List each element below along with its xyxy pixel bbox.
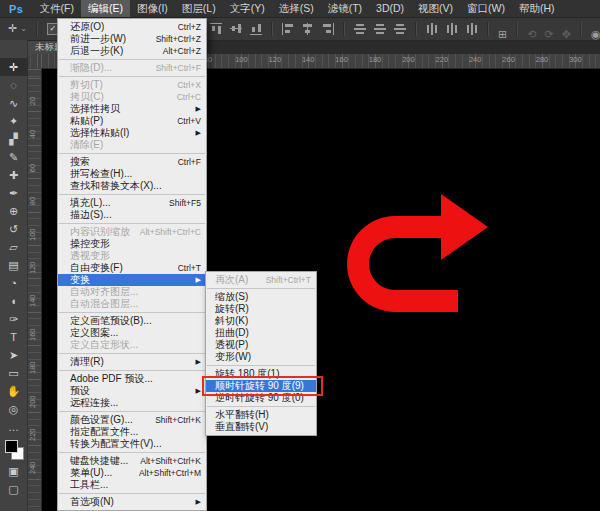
edit-menu-item-23[interactable]: 定义画笔预设(B)... [58, 315, 206, 327]
quick-mask-toggle[interactable]: ▣ [0, 462, 28, 480]
foreground-color-swatch[interactable] [5, 440, 18, 453]
menubar-item-10[interactable]: 窗口(W) [460, 0, 512, 17]
transform-submenu-item-1[interactable]: 再次(A)Shift+Ctrl+T [206, 274, 316, 286]
edit-menu-item-4[interactable]: 渐隐(D)...Shift+Ctrl+F [58, 62, 206, 74]
move-tool-preset-icon[interactable]: ✛ [8, 22, 17, 35]
edit-menu-item-5[interactable]: 剪切(T)Ctrl+X [58, 79, 206, 91]
edit-menu-item-26[interactable]: 清理(R)▶ [58, 356, 206, 368]
menubar-item-6[interactable]: 选择(S) [272, 0, 321, 17]
menubar-item-9[interactable]: 视图(V) [411, 0, 460, 17]
brush-tool[interactable]: ✒ [0, 184, 28, 202]
menubar-item-4[interactable]: 图层(L) [175, 0, 223, 17]
align-vertical-centers-icon[interactable] [230, 23, 242, 35]
transform-submenu-item-9[interactable]: 顺时针旋转 90 度(9) [206, 380, 316, 392]
transform-submenu-item-10[interactable]: 逆时针旋转 90 度(0) [206, 392, 316, 404]
menubar-item-3[interactable]: 图像(I) [130, 0, 175, 17]
edit-menu-item-11[interactable]: 搜索Ctrl+F [58, 156, 206, 168]
edit-menu-item-27[interactable]: Adobe PDF 预设... [58, 373, 206, 385]
menubar-item-8[interactable]: 3D(D) [369, 0, 411, 17]
edit-menu-item-1[interactable]: 还原(O)Ctrl+Z [58, 21, 206, 33]
edit-menu-item-29[interactable]: 远程连接... [58, 397, 206, 409]
edit-menu-item-28[interactable]: 预设▶ [58, 385, 206, 397]
align-horizontal-centers-icon[interactable] [302, 23, 314, 35]
transform-submenu-item-2[interactable]: 缩放(S) [206, 291, 316, 303]
pen-tool[interactable]: ✑ [0, 310, 28, 328]
edit-menu-item-20[interactable]: 变换▶ [58, 274, 206, 286]
shape-tool[interactable]: ▭ [0, 364, 28, 382]
edit-menu-item-9[interactable]: 选择性粘贴(I)▶ [58, 127, 206, 139]
edit-menu-item-6[interactable]: 拷贝(C)Ctrl+C [58, 91, 206, 103]
marquee-tool[interactable]: ◌ [0, 76, 28, 94]
menubar-item-2[interactable]: 编辑(E) [81, 0, 130, 17]
3d-orbit-icon[interactable]: ◉ [591, 23, 600, 35]
hand-tool[interactable]: ✋ [0, 382, 28, 400]
align-bottom-edges-icon[interactable] [250, 23, 262, 35]
edit-menu-item-2[interactable]: 前进一步(W)Shift+Ctrl+Z [58, 33, 206, 45]
eraser-tool[interactable]: ▱ [0, 238, 28, 256]
clone-stamp-tool[interactable]: ⊕ [0, 202, 28, 220]
menubar-item-1[interactable]: 文件(F) [32, 0, 80, 17]
lasso-tool[interactable]: ∿ [0, 94, 28, 112]
dodge-tool[interactable]: ◖ [0, 292, 28, 310]
path-selection-tool[interactable]: ➤ [0, 346, 28, 364]
edit-menu-item-15[interactable]: 描边(S)... [58, 209, 206, 221]
transform-submenu-item-8[interactable]: 旋转 180 度(1) [206, 368, 316, 380]
edit-menu-item-19[interactable]: 自由变换(F)Ctrl+T [58, 262, 206, 274]
type-tool[interactable]: T [0, 328, 28, 346]
edit-menu-item-18[interactable]: 透视变形 [58, 250, 206, 262]
history-brush-tool[interactable]: ↺ [0, 220, 28, 238]
align-left-edges-icon[interactable] [282, 23, 294, 35]
transform-submenu-item-6[interactable]: 透视(P) [206, 339, 316, 351]
align-top-edges-icon[interactable] [210, 23, 222, 35]
transform-submenu-item-5[interactable]: 扭曲(D) [206, 327, 316, 339]
screen-mode-toggle[interactable]: ▢ [0, 480, 28, 498]
distribute-vertical-centers-icon[interactable] [374, 23, 386, 35]
edit-menu-item-33[interactable]: 键盘快捷键...Alt+Shift+Ctrl+K [58, 455, 206, 467]
edit-menu-item-22[interactable]: 自动混合图层... [58, 298, 206, 310]
edit-menu-item-10[interactable]: 清除(E) [58, 139, 206, 151]
menubar-item-5[interactable]: 文字(Y) [223, 0, 272, 17]
edit-menu-item-31[interactable]: 指定配置文件... [58, 426, 206, 438]
transform-submenu-item-7[interactable]: 变形(W) [206, 351, 316, 363]
move-tool[interactable]: ✛ [0, 58, 28, 76]
healing-brush-tool[interactable]: ✚ [0, 166, 28, 184]
edit-menu-item-14[interactable]: 填充(L)...Shift+F5 [58, 197, 206, 209]
edit-menu-item-25[interactable]: 定义自定形状... [58, 339, 206, 351]
eyedropper-tool[interactable]: ✎ [0, 148, 28, 166]
auto-align-layers-icon[interactable]: ⊞ [498, 23, 507, 35]
chevron-down-icon[interactable]: ⌄ [20, 24, 27, 33]
3d-rotate-icon[interactable]: ⟲ [527, 23, 536, 35]
edit-menu-item-24[interactable]: 定义图案... [58, 327, 206, 339]
transform-submenu-item-12[interactable]: 垂直翻转(V) [206, 421, 316, 433]
edit-menu-item-17[interactable]: 操控变形 [58, 238, 206, 250]
edit-menu-item-35[interactable]: 工具栏... [58, 479, 206, 491]
transform-submenu-item-11[interactable]: 水平翻转(H) [206, 409, 316, 421]
3d-drag-icon[interactable]: ✥ [562, 23, 571, 35]
edit-menu-item-16[interactable]: 内容识别缩放Alt+Shift+Ctrl+C [58, 226, 206, 238]
distribute-top-edges-icon[interactable] [354, 23, 366, 35]
zoom-tool[interactable]: ◎ [0, 400, 28, 418]
3d-roll-icon[interactable]: ⟳ [544, 23, 553, 35]
menubar-item-7[interactable]: 滤镜(T) [321, 0, 369, 17]
distribute-horizontal-centers-icon[interactable] [446, 23, 458, 35]
edit-menu-item-7[interactable]: 选择性拷贝▶ [58, 103, 206, 115]
edit-menu-item-36[interactable]: 首选项(N)▶ [58, 496, 206, 508]
edit-menu-item-12[interactable]: 拼写检查(H)... [58, 168, 206, 180]
edit-menu-item-30[interactable]: 颜色设置(G)...Shift+Ctrl+K [58, 414, 206, 426]
align-right-edges-icon[interactable] [322, 23, 334, 35]
edit-menu-item-21[interactable]: 自动对齐图层... [58, 286, 206, 298]
edit-toolbar[interactable]: … [0, 418, 28, 436]
quick-selection-tool[interactable]: ✦ [0, 112, 28, 130]
crop-tool[interactable]: ▞ [0, 130, 28, 148]
transform-submenu-item-3[interactable]: 旋转(R) [206, 303, 316, 315]
color-swatches[interactable] [0, 438, 28, 462]
edit-menu-item-32[interactable]: 转换为配置文件(V)... [58, 438, 206, 450]
distribute-left-edges-icon[interactable] [426, 23, 438, 35]
transform-submenu-item-4[interactable]: 斜切(K) [206, 315, 316, 327]
menubar-item-11[interactable]: 帮助(H) [512, 0, 562, 17]
edit-menu-item-3[interactable]: 后退一步(K)Alt+Ctrl+Z [58, 45, 206, 57]
distribute-bottom-edges-icon[interactable] [394, 23, 406, 35]
edit-menu-item-8[interactable]: 粘贴(P)Ctrl+V [58, 115, 206, 127]
blur-tool[interactable]: ◔ [0, 274, 28, 292]
edit-menu-item-13[interactable]: 查找和替换文本(X)... [58, 180, 206, 192]
